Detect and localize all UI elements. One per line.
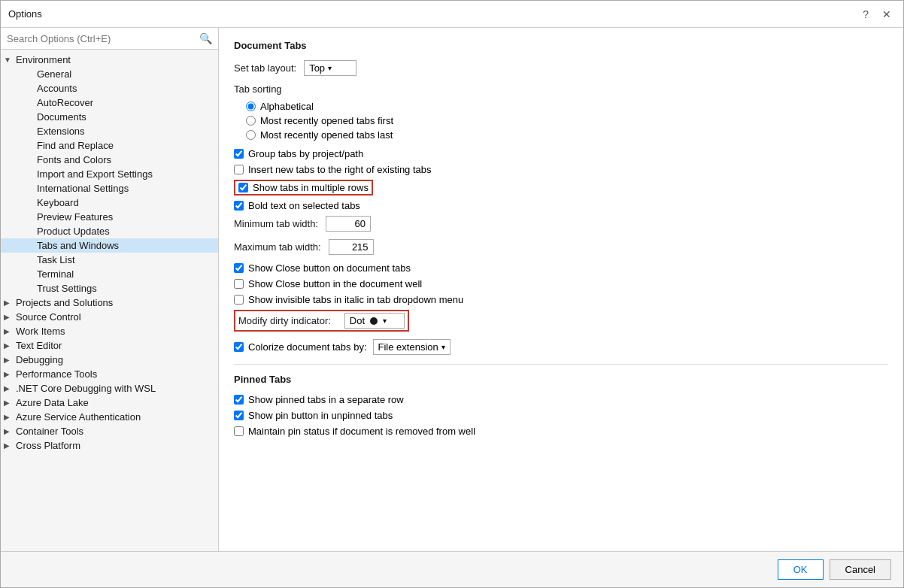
radio-group: Alphabetical Most recently opened tabs f… [246,101,888,141]
checkbox-show-pinned-separate-row[interactable]: Show pinned tabs in a separate row [234,394,888,405]
sidebar-item-extensions[interactable]: Extensions [1,124,218,138]
checkbox-colorize[interactable]: Colorize document tabs by: [234,341,367,353]
tab-sorting-label: Tab sorting [234,83,888,95]
label: Keyboard [37,197,79,208]
radio-recent-first-input[interactable] [246,116,256,126]
sidebar-item-accounts[interactable]: Accounts [1,81,218,95]
checkbox-group-tabs-label: Group tabs by project/path [248,148,363,159]
label: AutoRecover [37,97,93,108]
checkbox-show-close-well-input[interactable] [234,279,244,289]
sidebar-item-keyboard[interactable]: Keyboard [1,195,218,210]
ok-button[interactable]: OK [778,559,824,580]
sidebar-item-dotnet-core[interactable]: .NET Core Debugging with WSL [1,381,218,396]
title-bar-buttons: ? ✕ [858,7,896,22]
sidebar-item-general[interactable]: General [1,67,218,81]
checkbox-maintain-pin-status[interactable]: Maintain pin status if document is remov… [234,426,888,437]
checkbox-maintain-pin-status-input[interactable] [234,426,244,436]
dirty-indicator-dropdown[interactable]: Dot ▾ [344,313,405,329]
checkbox-insert-new-tabs-input[interactable] [234,165,244,174]
sidebar-item-autorecover[interactable]: AutoRecover [1,95,218,110]
sidebar-item-product-updates[interactable]: Product Updates [1,224,218,238]
search-input[interactable] [7,33,199,44]
label: Tabs and Windows [37,240,119,251]
expand-icon [4,356,14,364]
sidebar-item-trust-settings[interactable]: Trust Settings [1,281,218,296]
label: Debugging [16,354,63,365]
dirty-indicator-highlight: Modify dirty indicator: Dot ▾ [234,310,409,332]
expand-icon [4,384,14,393]
sidebar-item-performance[interactable]: Performance Tools [1,367,218,381]
colorize-dropdown[interactable]: File extension ▾ [373,339,450,355]
radio-recent-last[interactable]: Most recently opened tabs last [246,129,888,141]
min-tab-width-label: Minimum tab width: [234,218,318,229]
checkbox-show-invisible-tabs-input[interactable] [234,295,244,305]
sidebar-item-azure-service-auth[interactable]: Azure Service Authentication [1,410,218,424]
radio-alphabetical-input[interactable] [246,102,256,111]
dialog-title: Options [8,8,42,20]
sidebar-item-preview[interactable]: Preview Features [1,210,218,224]
help-button[interactable]: ? [858,7,873,22]
checkbox-show-tabs-multiple-rows-input[interactable] [238,183,248,192]
sidebar-item-environment[interactable]: Environment [1,53,218,67]
show-tabs-highlight-wrapper: Show tabs in multiple rows [234,180,888,195]
checkbox-show-close-well[interactable]: Show Close button in the document well [234,278,888,289]
checkbox-show-close-doc-tabs[interactable]: Show Close button on document tabs [234,262,888,274]
sidebar-item-fonts-colors[interactable]: Fonts and Colors [1,153,218,167]
sidebar-item-task-list[interactable]: Task List [1,253,218,267]
checkbox-show-pin-button-input[interactable] [234,411,244,420]
tab-layout-dropdown[interactable]: Top ▾ [304,60,356,76]
sidebar-item-text-editor[interactable]: Text Editor [1,338,218,353]
checkbox-insert-new-tabs[interactable]: Insert new tabs to the right of existing… [234,164,888,175]
expand-icon [4,299,14,307]
checkbox-show-close-doc-tabs-input[interactable] [234,263,244,273]
sidebar-item-azure-data-lake[interactable]: Azure Data Lake [1,396,218,410]
max-tab-width-row: Maximum tab width: [234,239,888,255]
sidebar-item-documents[interactable]: Documents [1,110,218,124]
label: Trust Settings [37,283,97,294]
label: Fonts and Colors [37,154,111,165]
sidebar-item-import-export[interactable]: Import and Export Settings [1,167,218,181]
sidebar-item-cross-platform[interactable]: Cross Platform [1,438,218,453]
min-tab-width-input[interactable] [326,216,371,232]
dialog-body: 🔍 Environment General Accounts [1,28,903,551]
label: Performance Tools [16,368,97,380]
label: Text Editor [16,340,62,351]
sidebar-item-tabs-windows[interactable]: Tabs and Windows [1,238,218,253]
cancel-button[interactable]: Cancel [830,559,891,580]
checkbox-show-pinned-separate-row-input[interactable] [234,395,244,405]
sidebar-item-terminal[interactable]: Terminal [1,267,218,281]
sidebar-item-source-control[interactable]: Source Control [1,310,218,324]
sidebar-item-find-replace[interactable]: Find and Replace [1,138,218,153]
expand-icon [4,427,14,435]
label: .NET Core Debugging with WSL [16,383,156,394]
checkbox-group-tabs[interactable]: Group tabs by project/path [234,148,888,159]
radio-recent-last-input[interactable] [246,130,256,140]
expand-icon [4,56,14,64]
checkbox-insert-new-tabs-label: Insert new tabs to the right of existing… [248,164,432,175]
dirty-indicator-label: Modify dirty indicator: [238,315,331,326]
dirty-dropdown-arrow-icon: ▾ [383,317,387,325]
max-tab-width-input[interactable] [329,239,374,255]
expand-icon [4,370,14,378]
colorize-row: Colorize document tabs by: File extensio… [234,339,888,355]
radio-alphabetical[interactable]: Alphabetical [246,101,888,112]
checkbox-colorize-input[interactable] [234,342,244,352]
sidebar-item-work-items[interactable]: Work Items [1,324,218,338]
sidebar-item-international[interactable]: International Settings [1,181,218,195]
dropdown-arrow-icon: ▾ [328,64,332,72]
sidebar-item-container-tools[interactable]: Container Tools [1,424,218,438]
checkbox-bold-text[interactable]: Bold text on selected tabs [234,200,888,211]
checkbox-bold-text-input[interactable] [234,201,244,211]
sidebar-item-projects[interactable]: Projects and Solutions [1,296,218,310]
sidebar: 🔍 Environment General Accounts [1,28,219,551]
expand-icon [4,399,14,407]
checkbox-group-tabs-input[interactable] [234,149,244,159]
checkbox-show-tabs-multiple-rows[interactable]: Show tabs in multiple rows [234,180,373,195]
checkbox-show-pin-button[interactable]: Show pin button in unpinned tabs [234,410,888,421]
label: Product Updates [37,226,110,237]
radio-recent-first[interactable]: Most recently opened tabs first [246,115,888,126]
close-button[interactable]: ✕ [878,7,896,22]
label: Extensions [37,126,85,137]
checkbox-show-invisible-tabs[interactable]: Show invisible tabs in italic in tab dro… [234,294,888,305]
sidebar-item-debugging[interactable]: Debugging [1,353,218,367]
